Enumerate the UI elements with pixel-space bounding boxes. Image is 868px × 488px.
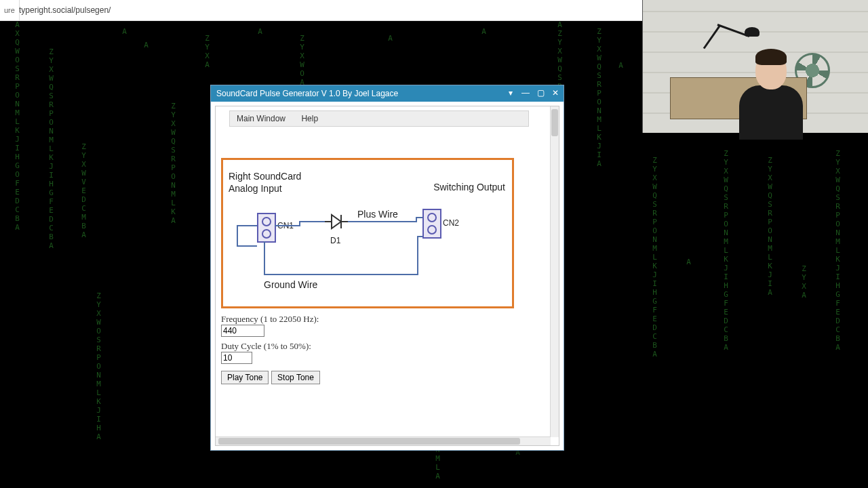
close-icon[interactable]: ✕ (550, 87, 561, 98)
menu-main-window[interactable]: Main Window (230, 111, 292, 126)
connector-cn1 (257, 213, 276, 243)
input-label-1: Right SoundCard (229, 171, 301, 182)
connector-cn2 (422, 209, 441, 239)
d1-label: D1 (330, 236, 340, 245)
play-tone-button[interactable]: Play Tone (221, 371, 269, 384)
frequency-input[interactable] (221, 325, 264, 337)
duty-cycle-input[interactable] (221, 352, 252, 364)
minimize-icon[interactable]: — (520, 87, 531, 98)
window-title: SoundCard Pulse Generator V 1.0 By Joel … (216, 89, 398, 98)
menu-help[interactable]: Help (294, 111, 325, 126)
ground-wire-label: Ground Wire (264, 279, 317, 290)
frequency-label: Frequency (1 to 22050 Hz): (221, 314, 547, 325)
circuit-diagram: Right SoundCard Analog Input Switching O… (221, 158, 514, 308)
svg-marker-1 (332, 215, 341, 228)
output-label: Switching Output (433, 182, 505, 192)
maximize-icon[interactable]: ▢ (535, 87, 546, 98)
browser-address-bar: ure typeright.social/pulsegen/ (0, 0, 643, 21)
vertical-scrollbar[interactable] (550, 106, 559, 437)
window-titlebar[interactable]: SoundCard Pulse Generator V 1.0 By Joel … (211, 85, 564, 102)
menu-bar: Main Window Help (229, 110, 529, 127)
input-label-2: Analog Input (229, 183, 282, 194)
stop-tone-button[interactable]: Stop Tone (271, 371, 320, 384)
secure-indicator: ure (0, 0, 20, 20)
diode-d1 (325, 213, 348, 230)
duty-cycle-label: Duty Cycle (1% to 50%): (221, 341, 547, 352)
client-area: Main Window Help Right SoundCard Analog … (215, 106, 559, 446)
url-text[interactable]: typeright.social/pulsegen/ (19, 0, 111, 20)
cn2-label: CN2 (443, 218, 459, 228)
controls-form: Frequency (1 to 22050 Hz): Duty Cycle (1… (221, 314, 547, 384)
plus-wire-label: Plus Wire (357, 209, 398, 220)
pin-icon[interactable]: ▾ (505, 87, 516, 98)
horizontal-scrollbar[interactable] (216, 436, 551, 445)
presenter (734, 45, 808, 133)
webcam-overlay (642, 0, 868, 133)
app-window: SoundCard Pulse Generator V 1.0 By Joel … (210, 85, 564, 451)
